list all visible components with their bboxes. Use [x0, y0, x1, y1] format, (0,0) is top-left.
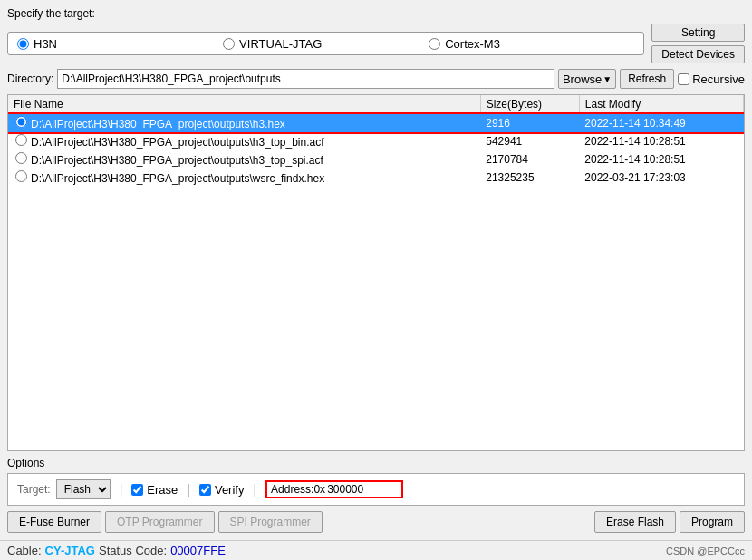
target-cortex-m3-label: Cortex-M3 — [445, 37, 500, 51]
program-button[interactable]: Program — [680, 511, 745, 533]
target-option-cortex-m3[interactable]: Cortex-M3 — [429, 37, 634, 51]
file-table-container: File Name Size(Bytes) Last Modify D:\All… — [7, 94, 745, 451]
file-size: 542941 — [480, 132, 579, 150]
status-code-value: 00007FFE — [170, 544, 226, 557]
options-label: Options — [7, 457, 745, 469]
col-date: Last Modify — [579, 95, 743, 114]
table-row[interactable]: D:\AllProject\H3\H380_FPGA_project\outpu… — [8, 169, 744, 187]
address-input[interactable] — [325, 483, 398, 496]
erase-label: Erase — [147, 483, 178, 497]
cable-value: CY-JTAG — [45, 544, 95, 557]
col-filename: File Name — [8, 95, 480, 114]
file-path: D:\AllProject\H3\H380_FPGA_project\outpu… — [8, 114, 480, 133]
table-row[interactable]: D:\AllProject\H3\H380_FPGA_project\outpu… — [8, 114, 744, 133]
file-path: D:\AllProject\H3\H380_FPGA_project\outpu… — [8, 132, 480, 150]
target-select-label: Target: — [17, 483, 51, 496]
address-label: Address:0x — [271, 483, 325, 496]
erase-flash-button[interactable]: Erase Flash — [594, 511, 676, 533]
recursive-option[interactable]: Recursive — [678, 72, 745, 86]
verify-option[interactable]: Verify — [199, 483, 245, 497]
file-size: 21325235 — [480, 169, 579, 187]
table-row[interactable]: D:\AllProject\H3\H380_FPGA_project\outpu… — [8, 132, 744, 150]
file-date: 2022-11-14 10:28:51 — [579, 132, 743, 150]
otp-programmer-button[interactable]: OTP Programmer — [105, 511, 214, 533]
browse-dropdown-arrow: ▼ — [603, 74, 612, 84]
col-size: Size(Bytes) — [480, 95, 579, 114]
file-date: 2022-11-14 10:34:49 — [579, 114, 743, 133]
status-code-label: Status Code: — [99, 544, 167, 557]
file-table: File Name Size(Bytes) Last Modify D:\All… — [8, 95, 744, 187]
file-date: 2022-03-21 17:23:03 — [579, 169, 743, 187]
target-option-virtual-jtag[interactable]: VIRTUAL-JTAG — [223, 37, 429, 51]
browse-button[interactable]: Browse ▼ — [558, 69, 616, 89]
setting-button[interactable]: Setting — [651, 24, 745, 42]
file-date: 2022-11-14 10:28:51 — [579, 150, 743, 169]
recursive-label: Recursive — [692, 72, 745, 86]
detect-devices-button[interactable]: Detect Devices — [651, 45, 745, 63]
refresh-button[interactable]: Refresh — [620, 69, 674, 89]
table-row[interactable]: D:\AllProject\H3\H380_FPGA_project\outpu… — [8, 150, 744, 169]
verify-label: Verify — [215, 483, 245, 497]
target-h3n-label: H3N — [34, 37, 57, 51]
target-option-h3n[interactable]: H3N — [17, 37, 223, 51]
erase-option[interactable]: Erase — [131, 483, 178, 497]
status-bar: Cable: CY-JTAG Status Code: 00007FFE CSD… — [0, 540, 752, 560]
flash-select[interactable]: Flash — [56, 479, 111, 499]
target-label: Specify the target: — [7, 7, 745, 20]
copyright: CSDN @EPCCcc — [666, 546, 745, 556]
file-path: D:\AllProject\H3\H380_FPGA_project\outpu… — [8, 150, 480, 169]
file-size: 2916 — [480, 114, 579, 133]
target-virtual-jtag-label: VIRTUAL-JTAG — [239, 37, 322, 51]
efuse-burner-button[interactable]: E-Fuse Burner — [7, 511, 101, 533]
spi-programmer-button[interactable]: SPI Programmer — [218, 511, 323, 533]
file-size: 2170784 — [480, 150, 579, 169]
directory-label: Directory: — [7, 72, 53, 85]
cable-label: Cable: — [7, 544, 42, 557]
divider-3: | — [253, 482, 256, 497]
directory-input[interactable] — [57, 69, 554, 89]
file-path: D:\AllProject\H3\H380_FPGA_project\outpu… — [8, 169, 480, 187]
divider-2: | — [187, 482, 190, 497]
divider-1: | — [120, 482, 123, 497]
address-box: Address:0x — [265, 480, 403, 498]
